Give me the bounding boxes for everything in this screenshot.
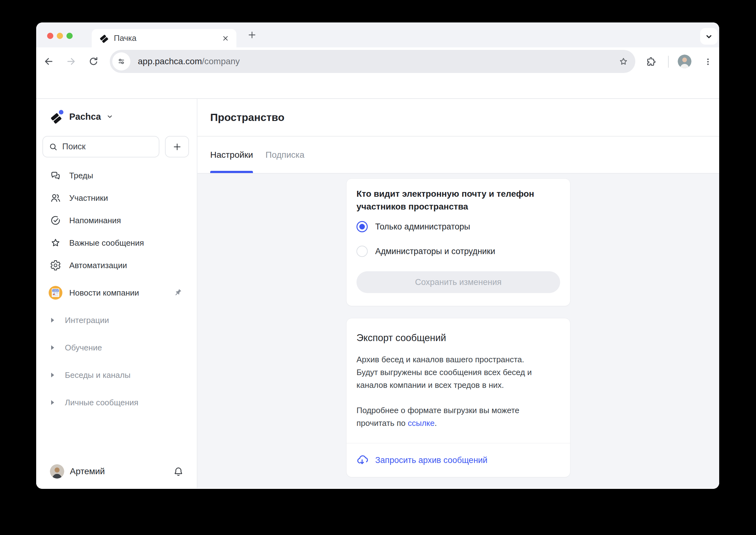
- sidebar-item-members[interactable]: Участники: [36, 187, 197, 209]
- toolbar-spacer: [36, 76, 719, 98]
- radio-label: Только администраторы: [375, 222, 470, 232]
- pachca-favicon-icon: [99, 33, 109, 43]
- format-details-link[interactable]: ссылке: [408, 418, 434, 428]
- workspace-switcher[interactable]: Pachca: [50, 109, 113, 124]
- export-card-body: Экспорт сообщений Архив бесед и каналов …: [346, 318, 570, 443]
- tab-subscription[interactable]: Подписка: [265, 137, 305, 173]
- sidebar-section-direct-messages[interactable]: Личные сообщения: [36, 389, 197, 416]
- radio-option-admins-and-staff[interactable]: Администраторы и сотрудники: [357, 246, 560, 257]
- address-bar[interactable]: app.pachca.com/company: [110, 50, 635, 73]
- sidebar: Pachca: [36, 99, 197, 488]
- tab-title: Пачка: [114, 33, 221, 43]
- sidebar-section-training[interactable]: Обучение: [36, 334, 197, 361]
- save-changes-button[interactable]: Сохранить изменения: [357, 271, 560, 293]
- workspace-name: Pachca: [69, 112, 101, 122]
- check-circle-icon: [50, 215, 61, 226]
- radio-option-admins-only[interactable]: Только администраторы: [357, 221, 560, 232]
- url-host: app.pachca.com: [138, 56, 202, 66]
- more-info-text: Подробнее о формате выгрузки вы можете п…: [357, 406, 519, 428]
- tab-search-chevron-button[interactable]: [700, 28, 718, 44]
- gear-icon: [50, 260, 61, 271]
- sidebar-section-chats-channels[interactable]: Беседы и каналы: [36, 361, 197, 389]
- browser-window: Пачка: [36, 22, 719, 489]
- forward-button[interactable]: [64, 55, 78, 68]
- extensions-puzzle-icon: [646, 56, 656, 67]
- bell-icon[interactable]: [173, 466, 184, 477]
- extensions-button[interactable]: [644, 55, 658, 69]
- sidebar-sections: Интеграции Обучение Беседы и каналы: [36, 306, 197, 416]
- members-icon: [50, 192, 61, 204]
- desktop-background: Пачка: [0, 0, 756, 535]
- news-channel-icon: NEWS: [49, 286, 62, 299]
- macos-close-button[interactable]: [47, 33, 53, 39]
- radio-selected-icon[interactable]: [357, 221, 368, 232]
- sidebar-item-reminders[interactable]: Напоминания: [36, 209, 197, 232]
- back-button[interactable]: [42, 55, 55, 68]
- browser-tab-strip: Пачка: [36, 22, 719, 47]
- sidebar-item-threads[interactable]: Треды: [36, 164, 197, 187]
- star-icon: [50, 237, 61, 248]
- cloud-download-icon: [356, 454, 368, 466]
- collapsed-triangle-icon: [50, 344, 55, 351]
- macos-minimize-button[interactable]: [57, 33, 63, 39]
- sidebar-item-automations[interactable]: Автоматизации: [36, 254, 197, 276]
- tab-settings[interactable]: Настройки: [210, 137, 253, 173]
- collapsed-triangle-icon: [50, 399, 55, 406]
- profile-photo-icon: [678, 55, 691, 68]
- reload-icon: [88, 56, 99, 67]
- more-info-period: .: [434, 418, 437, 428]
- sidebar-item-label: Автоматизации: [69, 261, 127, 270]
- browser-tab[interactable]: Пачка: [92, 29, 236, 47]
- site-settings-button[interactable]: [112, 52, 131, 70]
- export-card-title: Экспорт сообщений: [357, 331, 560, 345]
- chevron-down-icon: [704, 32, 713, 41]
- export-more-info: Подробнее о формате выгрузки вы можете п…: [357, 404, 547, 430]
- settings-content: Кто видит электронную почту и телефон уч…: [197, 174, 719, 488]
- tune-icon: [117, 57, 126, 66]
- sidebar-section-label: Интеграции: [65, 316, 109, 325]
- user-avatar: [50, 464, 64, 479]
- sidebar-section-integrations[interactable]: Интеграции: [36, 306, 197, 334]
- macos-zoom-button[interactable]: [67, 33, 73, 39]
- create-new-button[interactable]: [165, 136, 189, 157]
- request-archive-link[interactable]: Запросить архив сообщений: [375, 456, 487, 465]
- export-card-footer: Запросить архив сообщений: [346, 443, 570, 477]
- search-input[interactable]: [62, 142, 153, 152]
- pachca-logo-icon: [50, 109, 64, 124]
- svg-text:NEWS: NEWS: [53, 290, 58, 292]
- tab-label: Подписка: [265, 150, 305, 160]
- toolbar-divider: [668, 56, 669, 68]
- browser-menu-button[interactable]: [701, 55, 715, 69]
- pin-icon[interactable]: [173, 288, 183, 297]
- threads-icon: [50, 170, 61, 181]
- forward-arrow-icon: [66, 56, 77, 67]
- visibility-settings-card: Кто видит электронную почту и телефон уч…: [346, 178, 570, 306]
- search-field[interactable]: [43, 136, 160, 157]
- collapsed-triangle-icon: [50, 317, 55, 324]
- radio-unselected-icon[interactable]: [357, 246, 368, 257]
- page-header: Пространство: [197, 99, 719, 137]
- user-name: Артемий: [70, 466, 173, 476]
- browser-profile-avatar[interactable]: [678, 55, 691, 68]
- card-heading: Кто видит электронную почту и телефон уч…: [357, 187, 547, 213]
- radio-label: Администраторы и сотрудники: [375, 247, 495, 256]
- export-description-line2: Будут выгружены все сообщения всех бесед…: [357, 368, 532, 390]
- sidebar-item-company-news[interactable]: NEWS Новости компании: [36, 282, 197, 304]
- reload-button[interactable]: [87, 55, 101, 68]
- search-row: [43, 136, 189, 157]
- page-title: Пространство: [210, 111, 284, 124]
- sidebar-nav: Треды Участники: [36, 164, 197, 276]
- plus-icon: [172, 142, 182, 152]
- sidebar-item-label: Треды: [69, 171, 93, 181]
- tab-close-icon[interactable]: [221, 34, 230, 42]
- url-text: app.pachca.com/company: [138, 56, 240, 67]
- new-tab-button[interactable]: [243, 26, 261, 43]
- plus-icon: [247, 30, 257, 40]
- sidebar-item-label: Новости компании: [69, 288, 166, 298]
- user-profile-row[interactable]: Артемий: [50, 464, 184, 479]
- bookmark-button[interactable]: [619, 56, 628, 67]
- url-path: /company: [202, 56, 240, 66]
- sidebar-section-label: Обучение: [65, 343, 102, 352]
- browser-toolbar: app.pachca.com/company: [36, 47, 719, 76]
- sidebar-item-important[interactable]: Важные сообщения: [36, 232, 197, 254]
